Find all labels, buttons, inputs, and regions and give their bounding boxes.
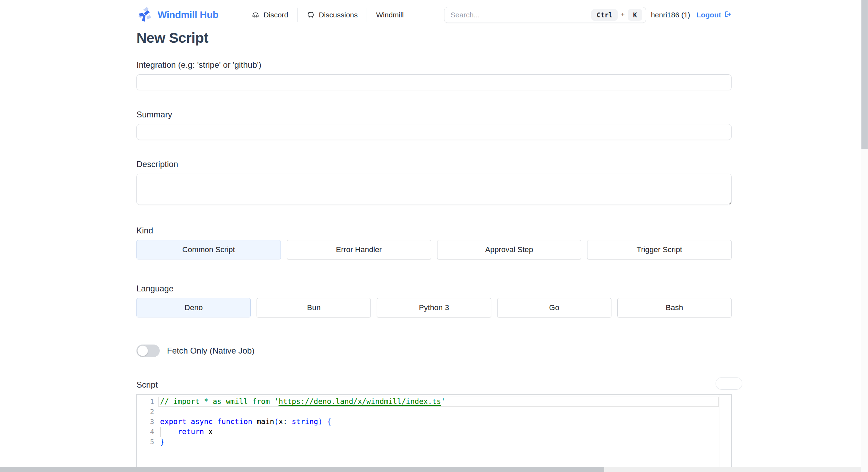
kind-option-approval-step[interactable]: Approval Step <box>437 240 582 259</box>
kind-options: Common ScriptError HandlerApproval StepT… <box>136 240 732 259</box>
fetch-only-field: Fetch Only (Native Job) <box>136 345 732 357</box>
username: henri186 (1) <box>651 11 690 19</box>
discord-icon <box>251 11 260 19</box>
code-link[interactable]: https://deno.land/x/windmill/index.ts <box>278 397 441 406</box>
toggle-knob <box>137 346 148 356</box>
search-input[interactable] <box>446 11 592 19</box>
kind-option-error-handler[interactable]: Error Handler <box>287 240 431 259</box>
nav-label-windmill: Windmill <box>376 11 403 19</box>
main-nav: Discord Discussions Windmill <box>251 8 413 22</box>
description-textarea[interactable] <box>136 174 732 205</box>
language-option-go[interactable]: Go <box>497 298 611 317</box>
line-content <box>160 407 719 417</box>
search-box[interactable]: Ctrl + K <box>444 7 646 23</box>
fetch-only-label: Fetch Only (Native Job) <box>167 346 254 356</box>
language-label: Language <box>136 284 732 293</box>
nav-label-discussions: Discussions <box>319 11 358 19</box>
code-line-4[interactable]: 4 return x <box>137 427 731 437</box>
line-number: 1 <box>137 397 154 407</box>
user-area: henri186 (1) Logout <box>651 10 732 20</box>
code-editor[interactable]: 1// import * as wmill from 'https://deno… <box>136 394 732 472</box>
horizontal-scrollbar-thumb[interactable] <box>0 467 604 472</box>
code-line-5[interactable]: 5} <box>137 437 731 447</box>
integration-input[interactable] <box>136 74 732 90</box>
github-discussions-icon <box>307 11 315 19</box>
line-content: // import * as wmill from 'https://deno.… <box>158 397 719 407</box>
vertical-scrollbar-thumb[interactable] <box>861 0 868 149</box>
summary-label: Summary <box>136 110 732 119</box>
line-number: 4 <box>137 427 154 437</box>
logout-icon <box>724 10 732 20</box>
kind-label: Kind <box>136 226 732 235</box>
line-content: export async function main(x: string) { <box>160 417 719 427</box>
nav-label-discord: Discord <box>264 11 288 19</box>
language-option-bun[interactable]: Bun <box>257 298 371 317</box>
line-content: } <box>160 437 719 447</box>
summary-field: Summary <box>136 110 732 140</box>
kbd-k: K <box>628 9 642 21</box>
editor-toggle-pill[interactable] <box>716 377 742 390</box>
line-number: 2 <box>137 407 154 417</box>
kbd-ctrl: Ctrl <box>591 9 618 21</box>
nav-item-windmill[interactable]: Windmill <box>367 11 412 19</box>
kbd-plus: + <box>621 11 625 19</box>
search-shortcut: Ctrl + K <box>591 9 642 21</box>
summary-input[interactable] <box>136 124 732 140</box>
code-line-2[interactable]: 2 <box>137 407 731 417</box>
description-field: Description <box>136 159 732 206</box>
code-line-3[interactable]: 3export async function main(x: string) { <box>137 417 731 427</box>
page-title: New Script <box>136 30 732 46</box>
brand-link[interactable]: Windmill Hub <box>136 6 218 24</box>
kind-option-trigger-script[interactable]: Trigger Script <box>587 240 732 259</box>
brand-title: Windmill Hub <box>158 9 218 20</box>
logout-label: Logout <box>696 11 721 19</box>
vertical-scrollbar[interactable] <box>861 0 868 472</box>
kind-field: Kind Common ScriptError HandlerApproval … <box>136 226 732 259</box>
language-option-bash[interactable]: Bash <box>617 298 732 317</box>
script-label: Script <box>136 380 158 390</box>
line-content: return x <box>160 427 719 437</box>
nav-item-discussions[interactable]: Discussions <box>298 11 367 19</box>
language-options: DenoBunPython 3GoBash <box>136 298 732 317</box>
language-option-deno[interactable]: Deno <box>136 298 251 317</box>
header: Windmill Hub Discord <box>136 0 732 24</box>
integration-field: Integration (e.g: 'stripe' or 'github') <box>136 60 732 90</box>
code-line-1[interactable]: 1// import * as wmill from 'https://deno… <box>137 397 731 407</box>
kind-option-common-script[interactable]: Common Script <box>136 240 281 259</box>
horizontal-scrollbar[interactable] <box>0 467 861 472</box>
fetch-only-toggle[interactable] <box>136 345 160 357</box>
logout-button[interactable]: Logout <box>696 10 732 20</box>
language-option-python-3[interactable]: Python 3 <box>377 298 491 317</box>
line-number: 5 <box>137 437 154 447</box>
description-label: Description <box>136 159 732 169</box>
language-field: Language DenoBunPython 3GoBash <box>136 284 732 317</box>
integration-label: Integration (e.g: 'stripe' or 'github') <box>136 60 732 70</box>
script-section: Script 1// import * as wmill from 'https… <box>136 380 732 472</box>
line-number: 3 <box>137 417 154 427</box>
nav-item-discord[interactable]: Discord <box>251 11 297 19</box>
windmill-logo-icon <box>136 6 152 24</box>
